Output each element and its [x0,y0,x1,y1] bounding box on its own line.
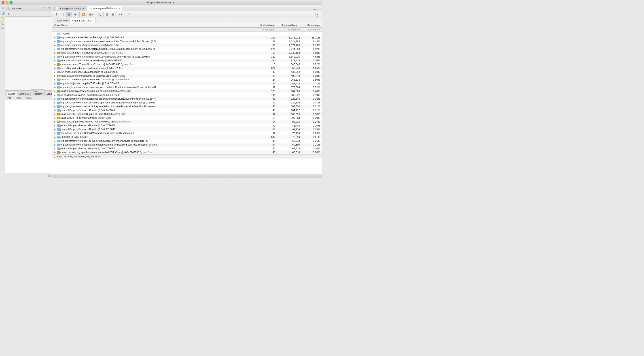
expand-arrow[interactable]: ▶ [54,147,57,150]
tab-class-hierarchy[interactable]: Class Hierarchy [31,89,44,96]
expand-arrow[interactable]: ▶ [54,132,57,134]
table-row[interactable]: ▶Cclass java.io.File @ 0x6c009a5d8 Syste… [52,116,322,120]
content-tab-overview[interactable]: ℹ Overview [54,18,70,23]
expand-arrow[interactable]: ▶ [54,44,57,46]
table-row[interactable]: ▶org.springframework.beans.factory.annot… [52,105,322,108]
table-row[interactable]: ▶org.springframework.boot.convert.Applic… [52,139,322,143]
table-row[interactable]: ▶org.springframework.orm.hibernate4.Loca… [52,55,322,59]
toolbar-object-btn[interactable]: ⊙ [72,12,78,17]
inspector-maximize-btn[interactable]: □ [43,7,46,10]
table-row[interactable]: ▶Cclass java.util.ResourceBundle @ 0x6c0… [52,112,322,116]
col-header-classname[interactable]: Class Name [52,23,257,28]
expand-arrow[interactable]: ▶ [54,75,57,77]
expand-arrow[interactable]: ▶ [54,124,57,127]
col-header-pct[interactable]: Percentage [302,23,322,28]
sidebar-icon-heap[interactable]: 📊 [0,11,5,15]
table-row[interactable]: ▶Cclass java.beans.ThreadGroupContext @ … [52,63,322,66]
expand-arrow[interactable]: ▶ [54,98,57,100]
table-wrapper[interactable]: Class Name Shallow Heap Retained Heap ↓ … [52,23,322,174]
inspector-menu-btn[interactable]: ▽ [48,7,51,10]
maximize-button[interactable] [10,1,12,4]
expand-arrow[interactable]: ▶ [54,52,57,54]
table-row[interactable]: ▶Cclass java.lang.ref.Finalizer @ 0x6c00… [52,51,322,55]
toolbar-filter-btn[interactable]: 🔽▾ [81,12,88,17]
expand-arrow[interactable]: ▶ [54,48,57,50]
expand-arrow[interactable]: ▶ [54,40,57,43]
main-tab-2[interactable]: 📄 manager-44248.hprof ✕ [86,6,123,11]
table-row[interactable]: ▶sun.misc.Launcher$AppClassLoader @ 0x6c… [52,43,322,47]
expand-arrow[interactable]: ▶ [54,56,57,58]
resize-handle[interactable]: ⊞⊡ [48,175,51,177]
table-row[interactable]: .*<Regex> [52,32,322,36]
table-row[interactable]: ▶[]int[153][] @ 0x6c0632dc863270,8560.21… [52,135,322,139]
inspector-minimize-btn[interactable]: — [39,7,42,10]
sidebar-icon-tag[interactable]: 🏷 [0,26,5,30]
table-row[interactable]: ▶org.springframework.context.annotation.… [52,143,322,147]
inspector-tool-1[interactable]: ⊕ [6,11,12,17]
table-row[interactable]: ▶Cclass sun.util.calendar.ZoneInfoFile @… [52,89,322,93]
toolbar-view-btn[interactable]: ⊟▾ [111,12,117,17]
expand-arrow[interactable]: ▶ [54,121,57,123]
table-row[interactable]: ▶Cclass com.sun.org.apache.xerces.intern… [52,150,322,154]
table-row[interactable]: ▶class org.codehaus.groovy.reflection.Cl… [52,78,322,82]
table-row[interactable]: ▶org.hibernate.internal.SessionFactoryIm… [52,36,322,39]
toolbar-info-btn[interactable]: ℹ [54,12,60,17]
expand-arrow[interactable]: ▶ [54,71,57,73]
expand-arrow[interactable]: ▶ [54,117,57,119]
toolbar-columns-btn[interactable]: ⊞▾ [105,12,110,17]
expand-arrow[interactable]: ▶ [54,136,57,138]
expand-arrow[interactable]: ▶ [54,128,57,130]
content-tab-dominator[interactable]: ⊞ dominator_tree ✕ [70,18,96,23]
expand-arrow[interactable]: ▶ [54,79,57,81]
table-row[interactable]: ▶org.springframework.web.context.support… [52,97,322,101]
table-row[interactable]: ▶com.alibaba.druid.pool.DruidDataSource … [52,66,322,70]
expand-arrow[interactable]: ▶ [54,94,57,96]
tab2-close[interactable]: ✕ [118,7,120,10]
expand-arrow[interactable]: ▶ [54,151,57,154]
table-row[interactable]: ▶java.util.PropertyResourceBundle @ 0x6c… [52,127,322,131]
table-row[interactable]: ▶freemarker.ext.beans.DefaultMemberAcces… [52,131,322,135]
expand-arrow[interactable]: ▶ [54,60,57,62]
expand-arrow[interactable]: ▶ [54,102,57,104]
sidebar-icon-inspector[interactable]: 🔍 [0,6,5,10]
table-row[interactable]: ▶sun.misc.Launcher$ExtClassLoader @ 0x6c… [52,70,322,74]
tab-attributes[interactable]: Attributes [17,92,31,96]
expand-arrow[interactable]: ▶ [54,144,57,146]
table-row[interactable]: ▶java.util.PropertyResourceBundle @ 0x6c… [52,124,322,127]
expand-arrow[interactable]: ▶ [54,109,57,111]
toolbar-chart-btn[interactable]: 📊 [60,12,66,17]
expand-arrow[interactable]: ▶ [54,86,57,88]
dominator-close[interactable]: ✕ [92,20,94,22]
window-min-btn[interactable]: — [313,8,316,11]
toolbar-export-btn[interactable]: ↗▾ [117,12,123,17]
toolbar-bar-chart-btn[interactable]: 📈 [126,12,131,17]
table-row[interactable]: ▶Cclass java.lang.invoke.MethodType @ 0x… [52,120,322,124]
expand-arrow[interactable]: ▶ [54,105,57,108]
expand-arrow[interactable]: ▶ [54,67,57,69]
expand-arrow[interactable]: ▶ [54,37,57,39]
table-row[interactable]: ▶org.apache.jasper.compiler.TldCache @ 0… [52,82,322,85]
expand-arrow[interactable]: ▶ [54,82,57,85]
main-tab-1[interactable]: 📄 manager-44248.hprof [53,6,86,11]
table-row[interactable]: ▶org.springframework.transaction.annotat… [52,39,322,43]
tab-statics[interactable]: Statics [6,92,17,96]
toolbar-table-btn[interactable]: ⊞ [66,12,72,17]
table-row[interactable]: ▶ch.qos.logback.classic.LoggerContext @ … [52,93,322,97]
col-header-shallow[interactable]: Shallow Heap [257,23,277,28]
expand-arrow[interactable]: ▶ [54,113,57,115]
expand-arrow[interactable]: ▶ [54,63,57,66]
table-row[interactable]: ▶java.util.PropertyResourceBundle @ 0x6c… [52,108,322,112]
table-row[interactable]: ▶org.springframework.beans.factory.suppo… [52,47,322,51]
table-row[interactable]: ▶org.springframework.boot.autoconfigure.… [52,85,322,89]
table-row[interactable]: ▶java.util.concurrent.ConcurrentHashMap … [52,59,322,63]
table-row[interactable]: ▶java.util.PropertyResourceBundle @ 0x6c… [52,147,322,150]
sidebar-icon-list[interactable]: 📋 [0,21,5,25]
toolbar-group-btn[interactable]: ⊟▾ [88,12,94,17]
help-button[interactable]: ? [315,13,319,17]
sidebar-icon-edit[interactable]: ✏️ [0,16,5,20]
window-max-btn[interactable]: □ [317,8,320,11]
table-row[interactable]: ▶org.springframework.boot.context.proper… [52,101,322,105]
expand-arrow[interactable]: ▶ [54,140,57,142]
expand-arrow[interactable]: ▶ [54,90,57,92]
table-row[interactable]: ▶Cclass java.beans.Introspector @ 0x6c02… [52,74,322,78]
